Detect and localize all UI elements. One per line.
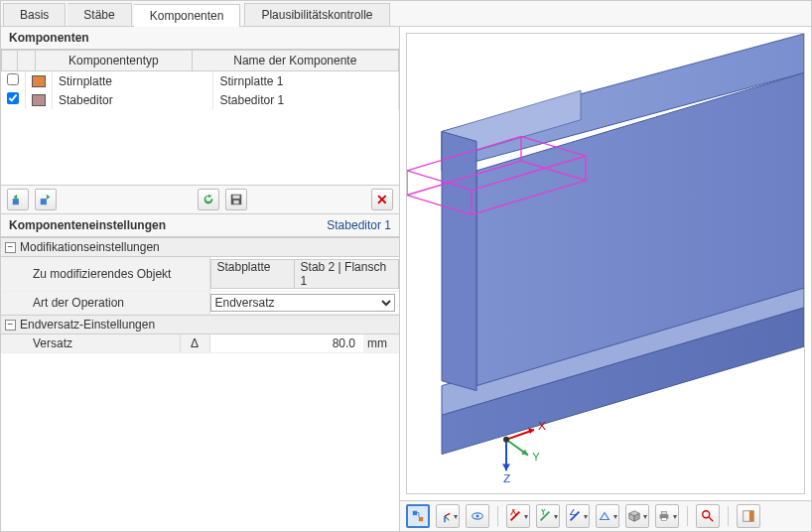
svg-point-24 xyxy=(503,437,509,443)
reload-button[interactable] xyxy=(198,189,219,210)
settings-title: Komponenteneinstellungen xyxy=(9,218,166,232)
settings-subject: Stabeditor 1 xyxy=(327,218,391,232)
components-toolbar: ✕ xyxy=(1,186,399,214)
svg-text:X: X xyxy=(510,509,517,517)
delete-button[interactable]: ✕ xyxy=(371,189,393,210)
tab-staebe[interactable]: Stäbe xyxy=(68,3,131,26)
save-button[interactable] xyxy=(225,189,247,210)
prop-op-label: Art der Operation xyxy=(1,292,209,315)
axis-y-label: Y xyxy=(532,451,540,465)
cell-name: Stirnplatte 1 xyxy=(213,71,399,90)
svg-text:Y: Y xyxy=(540,509,547,517)
main-tabs: Basis Stäbe Komponenten Plausibilitätsko… xyxy=(1,1,811,27)
view-z-button[interactable]: Z xyxy=(566,504,590,528)
prop-offset-delta[interactable]: Δ xyxy=(180,334,209,353)
svg-rect-58 xyxy=(749,511,753,522)
col-name: Name der Komponente xyxy=(192,51,398,71)
axis-triad-button[interactable] xyxy=(436,504,460,528)
svg-marker-47 xyxy=(601,513,609,520)
viewport-3d[interactable]: X Y Z xyxy=(406,33,805,494)
view-toolbar: X Y Z xyxy=(400,500,811,531)
svg-rect-0 xyxy=(13,199,19,204)
table-row[interactable]: Stabeditor Stabeditor 1 xyxy=(1,90,399,109)
tab-basis[interactable]: Basis xyxy=(3,3,66,26)
svg-rect-34 xyxy=(413,511,417,515)
panel-toggle-button[interactable] xyxy=(737,504,760,528)
svg-text:Z: Z xyxy=(570,509,577,517)
new-right-button[interactable] xyxy=(35,189,57,210)
color-swatch-orange xyxy=(32,75,46,87)
view-perspective-button[interactable] xyxy=(596,504,619,528)
collapse-icon[interactable]: − xyxy=(5,320,16,331)
axis-z-label: Z xyxy=(503,471,510,485)
tab-komponenten[interactable]: Komponenten xyxy=(134,4,241,27)
prop-target-val-b[interactable]: Stab 2 | Flansch 1 xyxy=(294,259,399,289)
view-iso-cube-button[interactable] xyxy=(625,504,649,528)
group-mod-header[interactable]: − Modifikationseinstellungen xyxy=(1,237,399,257)
group-mod-title: Modifikationseinstellungen xyxy=(20,240,160,254)
axis-x-label: X xyxy=(538,419,546,433)
components-table: Komponententyp Name der Komponente xyxy=(1,50,399,71)
svg-rect-53 xyxy=(661,512,666,515)
row-checkbox[interactable] xyxy=(7,92,19,104)
components-title: Komponenten xyxy=(9,31,89,45)
svg-point-55 xyxy=(703,511,710,518)
collapse-icon[interactable]: − xyxy=(5,242,16,253)
group-offset-title: Endversatz-Einstellungen xyxy=(20,318,155,332)
view-x-button[interactable]: X xyxy=(506,504,530,528)
svg-rect-35 xyxy=(419,517,423,521)
eye-view-button[interactable] xyxy=(466,504,489,528)
prop-op-select[interactable]: Endversatz xyxy=(210,294,396,312)
prop-target-val-a[interactable]: Stabplatte xyxy=(210,259,294,289)
svg-marker-10 xyxy=(442,132,476,391)
prop-target-label: Zu modifizierendes Objekt xyxy=(1,257,209,292)
find-button[interactable] xyxy=(696,504,720,528)
color-swatch-mauve xyxy=(32,94,46,106)
prop-offset-label: Versatz xyxy=(1,334,180,353)
col-color xyxy=(18,51,36,71)
table-row[interactable]: Stirnplatte Stirnplatte 1 xyxy=(1,71,399,90)
view-mode-button[interactable] xyxy=(406,504,430,528)
components-header: Komponenten xyxy=(1,27,399,50)
prop-offset-value[interactable]: 80.0 xyxy=(209,334,363,353)
svg-line-56 xyxy=(709,517,713,521)
svg-point-40 xyxy=(475,514,478,517)
settings-header: Komponenteneinstellungen Stabeditor 1 xyxy=(1,214,399,237)
cell-name: Stabeditor 1 xyxy=(213,90,399,109)
svg-rect-1 xyxy=(41,199,47,204)
print-button[interactable] xyxy=(655,504,679,528)
svg-rect-3 xyxy=(233,196,240,200)
svg-line-36 xyxy=(445,513,450,516)
tab-plaus[interactable]: Plausibilitätskontrolle xyxy=(244,3,389,26)
row-checkbox[interactable] xyxy=(7,73,19,85)
cell-type: Stabeditor xyxy=(53,90,213,109)
prop-offset-unit: mm xyxy=(363,334,399,353)
group-offset-header[interactable]: − Endversatz-Einstellungen xyxy=(1,315,399,334)
col-check xyxy=(2,51,18,71)
new-left-button[interactable] xyxy=(7,189,29,210)
col-type: Komponententyp xyxy=(36,51,193,71)
svg-rect-4 xyxy=(233,200,238,204)
svg-marker-23 xyxy=(502,464,510,470)
cell-type: Stirnplatte xyxy=(53,71,213,90)
svg-rect-54 xyxy=(661,518,666,521)
view-y-button[interactable]: Y xyxy=(536,504,560,528)
